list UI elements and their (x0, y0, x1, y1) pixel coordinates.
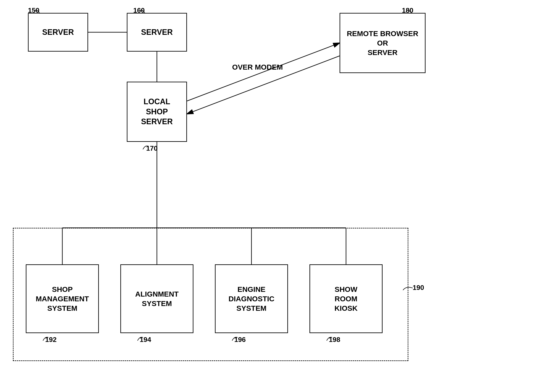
ref-180-curve (405, 8, 414, 15)
svg-line-2 (187, 43, 340, 101)
over-modem-label: OVER MODEM (232, 62, 283, 72)
engine-diag-box: ENGINEDIAGNOSTICSYSTEM (215, 264, 288, 333)
showroom-label: SHOWROOMKIOSK (334, 285, 358, 313)
ref-190-curve (402, 284, 415, 292)
ref-196-curve (231, 335, 240, 342)
shop-mgmt-box: SHOPMANAGEMENTSYSTEM (26, 264, 99, 333)
alignment-label: ALIGNMENTSYSTEM (135, 289, 179, 308)
engine-diag-label: ENGINEDIAGNOSTICSYSTEM (228, 285, 274, 313)
server-150-label: SERVER (42, 27, 74, 37)
local-shop-server-box: LOCALSHOPSERVER (127, 82, 187, 142)
diagram-container: SERVER 150 SERVER 160 REMOTE BROWSERORSE… (0, 0, 536, 392)
showroom-box: SHOWROOMKIOSK (309, 264, 382, 333)
ref-192-curve (42, 335, 51, 342)
local-shop-server-label: LOCALSHOPSERVER (141, 97, 172, 127)
server-160-label: SERVER (141, 27, 172, 37)
alignment-box: ALIGNMENTSYSTEM (120, 264, 193, 333)
ref-150-curve (33, 8, 42, 15)
ref-160-curve (139, 8, 147, 15)
server-160-box: SERVER (127, 13, 187, 51)
ref-170-curve (142, 144, 150, 150)
ref-198-curve (326, 335, 334, 342)
server-150-box: SERVER (28, 13, 88, 51)
remote-browser-label: REMOTE BROWSERORSERVER (347, 29, 418, 57)
remote-browser-box: REMOTE BROWSERORSERVER (340, 13, 425, 73)
shop-mgmt-label: SHOPMANAGEMENTSYSTEM (36, 285, 89, 313)
ref-194-curve (136, 335, 145, 342)
